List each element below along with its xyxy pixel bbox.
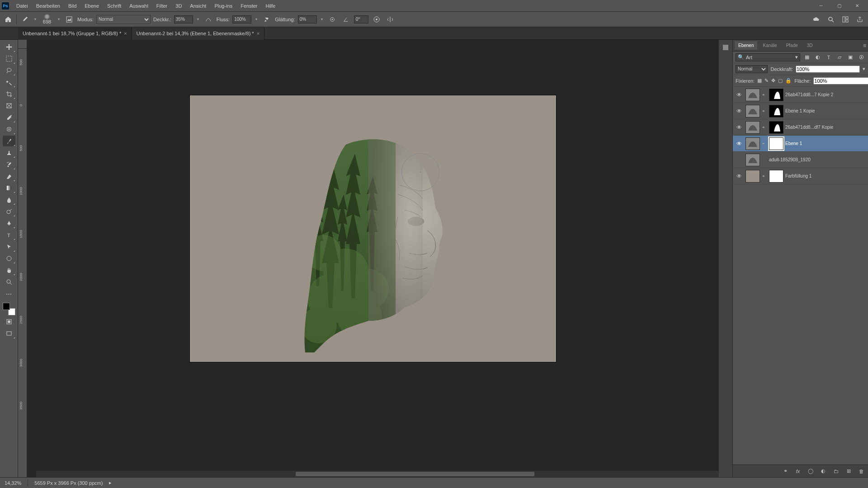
layer-blend-mode[interactable]: Normal (736, 65, 768, 73)
layer-row[interactable]: 👁⚭Farbfüllung 1 (733, 168, 868, 184)
brush-tool[interactable] (3, 136, 15, 146)
brush-panel-icon[interactable] (64, 14, 75, 25)
visibility-icon[interactable]: 👁 (735, 124, 744, 131)
opacity-input[interactable] (174, 15, 193, 23)
magic-wand-tool[interactable] (3, 77, 15, 88)
lock-position-icon[interactable]: ✥ (771, 77, 775, 85)
menu-bearbeiten[interactable]: Bearbeiten (33, 1, 64, 10)
layer-thumbnail[interactable] (745, 89, 760, 101)
eyedropper-tool[interactable] (3, 112, 15, 123)
layer-name[interactable]: adult-1852908_1920 (769, 157, 866, 162)
document-info[interactable]: 5659 Px x 3966 Px (300 ppcm) (34, 480, 103, 486)
flow-input[interactable] (232, 15, 251, 23)
screenmode-tool[interactable] (3, 328, 15, 339)
visibility-icon[interactable]: 👁 (735, 173, 744, 179)
maximize-button[interactable]: ▢ (830, 0, 848, 12)
brush-preset-dropdown[interactable]: ▾ (57, 17, 61, 22)
layer-name[interactable]: Farbfüllung 1 (785, 174, 866, 178)
crop-tool[interactable] (3, 89, 15, 99)
marquee-tool[interactable] (3, 53, 15, 64)
path-select-tool[interactable] (3, 241, 15, 252)
filter-shape-icon[interactable]: ▱ (835, 53, 844, 61)
hand-tool[interactable] (3, 265, 15, 276)
close-button[interactable]: ✕ (848, 0, 866, 12)
workspace-icon[interactable] (840, 14, 851, 25)
menu-hilfe[interactable]: Hilfe (262, 1, 279, 10)
flow-dropdown[interactable]: ▾ (254, 17, 259, 22)
layer-row[interactable]: 👁⚭Ebene 1 (733, 136, 868, 152)
color-panel-icon[interactable] (721, 42, 731, 52)
layer-thumbnail[interactable] (745, 105, 760, 117)
color-swatches[interactable] (3, 303, 15, 315)
menu-schrift[interactable]: Schrift (104, 1, 125, 10)
history-brush-tool[interactable] (3, 159, 15, 170)
tab-close-icon[interactable]: × (124, 31, 127, 36)
pressure-size-icon[interactable] (371, 14, 382, 25)
menu-ansicht[interactable]: Ansicht (186, 1, 210, 10)
lock-transparency-icon[interactable]: ▦ (757, 77, 762, 85)
gradient-tool[interactable] (3, 183, 15, 193)
pen-tool[interactable] (3, 218, 15, 229)
menu-auswahl[interactable]: Auswahl (126, 1, 152, 10)
tab-kanaele[interactable]: Kanäle (759, 41, 780, 50)
ruler-vertical[interactable]: 5000500100015002000250030003500 (18, 49, 27, 477)
menu-plugins[interactable]: Plug-ins (211, 1, 236, 10)
move-tool[interactable] (3, 42, 15, 52)
tool-preset-dropdown[interactable]: ▾ (33, 17, 38, 22)
cloud-icon[interactable] (811, 14, 822, 25)
layer-name[interactable]: Ebene 1 Kopie (785, 108, 866, 113)
filter-smart-icon[interactable]: ▣ (846, 53, 854, 61)
layer-thumbnail[interactable] (745, 121, 760, 134)
menu-3d[interactable]: 3D (172, 1, 185, 10)
visibility-icon[interactable]: 👁 (735, 141, 744, 147)
smoothing-input[interactable] (298, 15, 317, 23)
layer-opacity-input[interactable] (796, 66, 860, 73)
menu-ebene[interactable]: Ebene (81, 1, 103, 10)
layer-name[interactable]: 26ab471dd8...7 Kopie 2 (785, 92, 866, 97)
healing-tool[interactable] (3, 124, 15, 135)
filter-adjust-icon[interactable]: ◐ (814, 53, 822, 61)
brush-tool-icon[interactable] (19, 14, 30, 25)
filter-pixel-icon[interactable]: ▦ (803, 53, 811, 61)
tab-close-icon[interactable]: × (257, 31, 259, 36)
shape-tool[interactable] (3, 253, 15, 264)
filter-type-icon[interactable]: T (825, 53, 833, 61)
canvas[interactable] (27, 49, 719, 477)
menu-fenster[interactable]: Fenster (237, 1, 261, 10)
mask-thumbnail[interactable] (769, 121, 783, 134)
angle-icon[interactable] (340, 14, 351, 25)
menu-filter[interactable]: Filter (153, 1, 171, 10)
tab-3d[interactable]: 3D (803, 41, 816, 50)
delete-layer-icon[interactable]: 🗑 (857, 467, 865, 475)
tab-pfade[interactable]: Pfade (783, 41, 802, 50)
layer-row[interactable]: adult-1852908_1920 (733, 152, 868, 168)
lock-pixels-icon[interactable]: ✎ (764, 77, 769, 85)
lock-all-icon[interactable]: 🔒 (785, 77, 792, 85)
blur-tool[interactable] (3, 194, 15, 205)
home-icon[interactable] (3, 14, 14, 25)
quickmask-tool[interactable] (3, 316, 15, 327)
eraser-tool[interactable] (3, 171, 15, 182)
menu-datei[interactable]: Datei (13, 1, 32, 10)
mask-thumbnail[interactable] (769, 137, 783, 150)
info-dropdown[interactable]: ▸ (109, 480, 112, 486)
layer-row[interactable]: 👁⚭Ebene 1 Kopie (733, 103, 868, 119)
panel-menu-icon[interactable]: ≡ (863, 42, 866, 49)
menu-bild[interactable]: Bild (65, 1, 80, 10)
brush-preview[interactable]: 698 (40, 13, 54, 26)
layer-fx-icon[interactable]: fx (794, 467, 802, 475)
smoothing-dropdown[interactable]: ▾ (320, 17, 324, 22)
layer-group-icon[interactable]: 🗀 (832, 467, 840, 475)
link-layers-icon[interactable]: ⚭ (781, 467, 789, 475)
adjustment-layer-icon[interactable]: ◐ (819, 467, 827, 475)
zoom-tool[interactable] (3, 277, 15, 287)
layer-mask-icon[interactable]: ◯ (807, 467, 815, 475)
mask-thumbnail[interactable] (769, 89, 783, 101)
dodge-tool[interactable] (3, 206, 15, 217)
layer-thumbnail[interactable] (745, 154, 760, 166)
minimize-button[interactable]: ─ (812, 0, 830, 12)
smoothing-options-icon[interactable] (327, 14, 338, 25)
edit-toolbar[interactable]: ⋯ (3, 288, 15, 299)
blend-mode-select[interactable]: Normal (96, 15, 151, 24)
search-icon[interactable] (826, 14, 836, 25)
